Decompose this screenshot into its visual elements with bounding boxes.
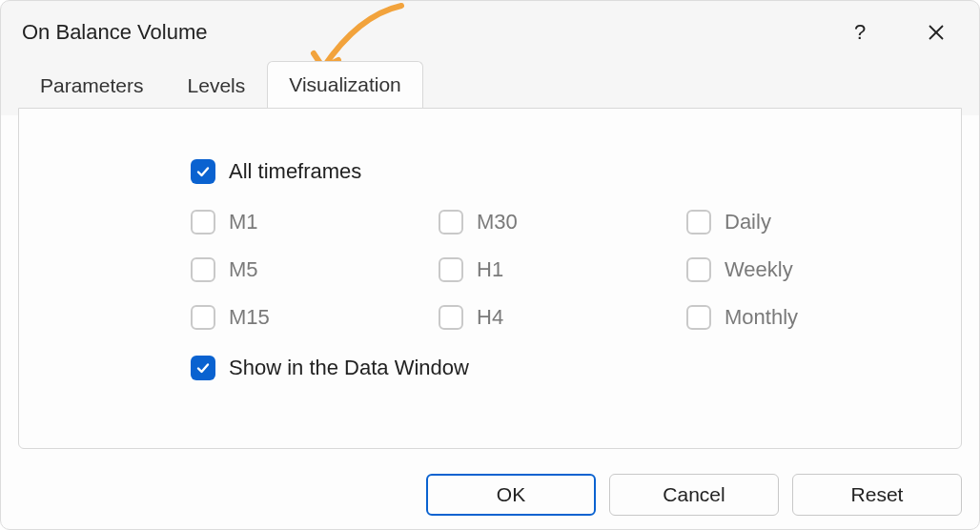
checkbox-label: H1 [477, 257, 503, 282]
checkbox-box [191, 210, 215, 234]
checkbox-label: M15 [229, 305, 270, 330]
checkbox-label: Daily [725, 210, 771, 234]
checkbox-m5[interactable]: M5 [191, 257, 439, 282]
checkbox-label: All timeframes [229, 159, 361, 184]
checkbox-box [686, 257, 711, 282]
checkbox-box [686, 210, 711, 234]
checkbox-m30[interactable]: M30 [439, 210, 686, 234]
checkbox-box [191, 257, 215, 282]
checkbox-box [439, 210, 463, 234]
checkbox-box [439, 257, 463, 282]
tab-levels[interactable]: Levels [166, 62, 268, 109]
dialog-window: On Balance Volume ? Parameters Levels Vi… [0, 0, 980, 530]
dialog-title: On Balance Volume [22, 20, 207, 45]
checkbox-all-timeframes[interactable]: All timeframes [191, 156, 961, 187]
checkbox-label: M5 [229, 257, 258, 282]
tab-visualization[interactable]: Visualization [267, 61, 423, 109]
checkbox-box [439, 305, 463, 330]
checkbox-daily[interactable]: Daily [686, 210, 934, 234]
checkmark-icon [191, 356, 215, 380]
checkbox-label: Monthly [725, 305, 798, 330]
checkbox-monthly[interactable]: Monthly [686, 305, 934, 330]
tab-parameters[interactable]: Parameters [18, 62, 166, 109]
reset-button[interactable]: Reset [792, 474, 962, 516]
checkbox-show-data-window[interactable]: Show in the Data Window [191, 353, 961, 383]
checkmark-icon [191, 159, 215, 184]
checkbox-box [191, 305, 215, 330]
titlebar: On Balance Volume ? [1, 1, 979, 54]
checkbox-m1[interactable]: M1 [191, 210, 439, 234]
checkbox-weekly[interactable]: Weekly [686, 257, 934, 282]
checkbox-label: H4 [477, 305, 503, 330]
checkbox-h1[interactable]: H1 [439, 257, 686, 282]
cancel-button[interactable]: Cancel [609, 474, 779, 516]
title-controls: ? [846, 20, 960, 45]
checkbox-label: Show in the Data Window [229, 356, 469, 380]
tab-strip: Parameters Levels Visualization [1, 54, 979, 108]
checkbox-h4[interactable]: H4 [439, 305, 686, 330]
checkbox-label: M30 [477, 210, 518, 234]
tab-panel-visualization: All timeframes M1 M30 Daily M5 H1 [18, 108, 962, 449]
checkbox-m15[interactable]: M15 [191, 305, 439, 330]
timeframe-grid: M1 M30 Daily M5 H1 Weekly [191, 210, 961, 330]
ok-button[interactable]: OK [426, 474, 596, 516]
dialog-footer: OK Cancel Reset [426, 474, 962, 516]
checkbox-box [686, 305, 711, 330]
checkbox-label: M1 [229, 210, 258, 234]
close-icon[interactable] [922, 24, 950, 41]
help-icon[interactable]: ? [846, 20, 874, 45]
checkbox-label: Weekly [725, 257, 793, 282]
